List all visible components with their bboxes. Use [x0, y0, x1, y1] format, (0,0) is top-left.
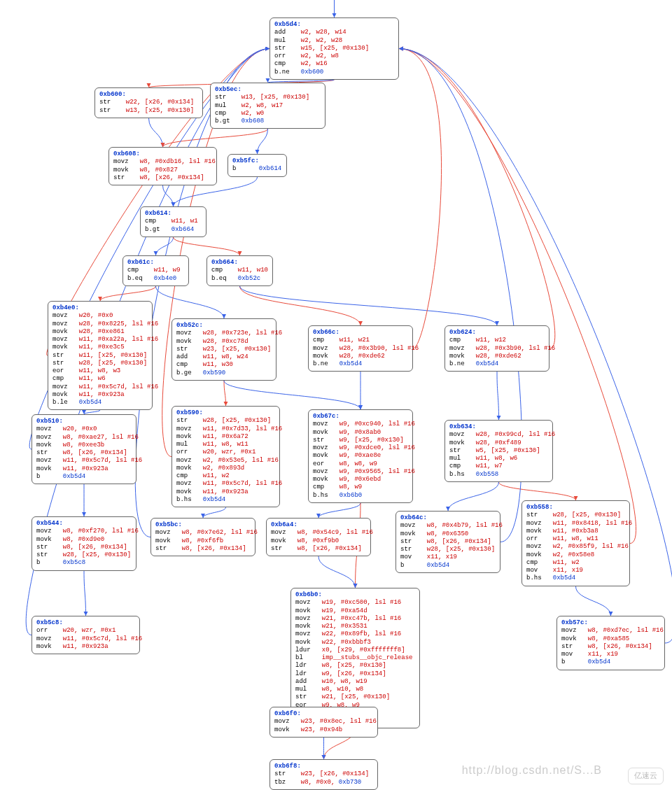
mnemonic: b.hs [313, 492, 340, 499]
operands: w28, #0x723e, lsl #16 [203, 330, 282, 337]
branch-target: 0xb600 [301, 69, 323, 76]
mnemonic: movz [52, 336, 79, 343]
cfg-edge [258, 129, 268, 154]
mnemonic: movz [295, 630, 322, 637]
operands: w8, [x26, #0x134] [140, 174, 204, 181]
operands: w8, [x26, #0x134] [182, 545, 246, 552]
mnemonic: b.hs [449, 471, 476, 478]
operands: w11, w30 [203, 361, 233, 368]
operands: x0, [x29, #0xfffffff8] [322, 647, 405, 654]
operands: w13, [x25, #0x130] [126, 107, 194, 114]
operands: w11, #0xa22a, lsl #16 [79, 336, 158, 343]
bb-b5ec[interactable]: 0xb5ec: str w13, [x25, #0x130] mul w2, w… [210, 83, 326, 129]
bb-b5d4[interactable]: 0xb5d4: add w2, w28, w14 mul w2, w2, w28… [270, 17, 399, 80]
mnemonic: bl [295, 654, 322, 661]
mnemonic: b.ge [176, 369, 203, 376]
cfg-edge [318, 556, 356, 588]
operands: w11, w2 [553, 559, 580, 566]
mnemonic: movz [155, 529, 182, 536]
bb-b67c[interactable]: 0xb67c: movz w9, #0xc940, lsl #16 movk w… [308, 409, 413, 503]
mnemonic: movz [52, 320, 79, 327]
operands: w21, #0xc47b, lsl #16 [322, 615, 401, 622]
operands: w2, w2, w8 [301, 52, 339, 59]
operands: w23, #0x8ec, lsl #16 [301, 718, 377, 725]
mnemonic: movz [274, 718, 301, 725]
bb-addr: 0xb600: [99, 91, 126, 98]
mnemonic: movk [36, 442, 63, 449]
operands: w20, #0x0 [63, 425, 97, 432]
operands: x11, x19 [588, 651, 618, 658]
bb-b52c[interactable]: 0xb52c: movz w28, #0x723e, lsl #16 movk … [172, 318, 276, 381]
cfg-edge [497, 372, 499, 420]
operands: w9, #0xdce0, lsl #16 [340, 444, 415, 451]
bb-b544[interactable]: 0xb544: movz w8, #0xf270, lsl #16 movk w… [31, 516, 136, 571]
bb-b664[interactable]: 0xb664: cmp w11, w10 b.eq 0xb52c [206, 255, 273, 286]
operands: w28, [x25, #0x130] [63, 551, 131, 558]
branch-target: 0xb558 [476, 471, 498, 478]
cfg-edge [163, 185, 174, 206]
bb-b634[interactable]: 0xb634: movz w28, #0x99cd, lsl #16 movk … [444, 420, 553, 482]
branch-target: 0xb5c8 [63, 559, 85, 566]
operands: w8, #0x6350 [427, 530, 468, 537]
branch-target: 0xb5d4 [203, 496, 225, 503]
operands: w8, #0xee3b [63, 442, 104, 449]
mnemonic: movk [295, 639, 322, 646]
mnemonic: mov [400, 553, 427, 560]
operands: w11, w8, w11 [553, 535, 598, 542]
bb-b614[interactable]: 0xb614: cmp w11, w1 b.gt 0xb664 [140, 206, 206, 237]
operands: w8, w8, w9 [340, 460, 377, 467]
operands: w11, w7 [476, 463, 503, 470]
bb-b510[interactable]: 0xb510: movz w20, #0x0 movz w8, #0xae27,… [31, 414, 136, 484]
branch-target: 0xb590 [203, 369, 225, 376]
mnemonic: b [232, 165, 259, 172]
bb-b66c[interactable]: 0xb66c: cmp w11, w21 movz w28, #0x3b90, … [308, 325, 413, 372]
operands: w11, w21 [340, 337, 370, 344]
bb-b64c[interactable]: 0xb64c: movz w8, #0x4b79, lsl #16 movk w… [396, 511, 500, 573]
bb-b5bc[interactable]: 0xb5bc: movz w8, #0x7e62, lsl #16 movk w… [150, 518, 255, 556]
mnemonic: movz [313, 345, 340, 352]
cfg-edge [203, 507, 226, 518]
operands: w9, #0x8ab0 [340, 429, 381, 436]
bb-b61c[interactable]: 0xb61c: cmp w11, w9 b.eq 0xb4e0 [122, 255, 189, 286]
bb-b6f8[interactable]: 0xb6f8: str w23, [x26, #0x134] tbz w8, #… [270, 759, 378, 790]
cfg-edge [163, 129, 268, 147]
bb-b600[interactable]: 0xb600: str w22, [x26, #0x134] str w13, … [94, 87, 203, 118]
watermark-url: http://blog.csdn.net/S...B [462, 763, 602, 777]
bb-b5c8[interactable]: 0xb5c8: orr w20, wzr, #0x1 movz w11, #0x… [31, 616, 140, 654]
mnemonic: movk [271, 537, 298, 544]
operands: w11, #0x8418, lsl #16 [553, 520, 632, 527]
bb-b558[interactable]: 0xb558: str w28, [x25, #0x130] movz w11,… [522, 500, 630, 586]
cfg-edge [149, 118, 163, 147]
operands: w11, #0x923a [79, 391, 125, 398]
bb-b6f0[interactable]: 0xb6f0: movz w23, #0x8ec, lsl #16 movk w… [270, 707, 378, 738]
bb-addr: 0xb5ec: [215, 86, 241, 93]
bb-b4e0[interactable]: 0xb4e0: movz w20, #0x0 movz w28, #0x8225… [48, 301, 153, 410]
operands: w8, [x25, #0x130] [322, 662, 386, 669]
mnemonic: movk [313, 429, 340, 436]
mnemonic: movz [36, 425, 63, 432]
mnemonic: str [113, 174, 140, 181]
operands: w20, #0x0 [79, 312, 113, 319]
operands: w28, #0x99cd, lsl #16 [476, 431, 555, 438]
operands: w9, #0xae8e [340, 452, 381, 459]
mnemonic: orr [176, 449, 203, 456]
operands: w13, [x25, #0x130] [241, 94, 309, 101]
bb-b57c[interactable]: 0xb57c: movz w8, #0xd7ec, lsl #16 movk w… [556, 616, 665, 670]
operands: w11, w8, w24 [203, 353, 248, 360]
mnemonic: movk [449, 439, 476, 446]
operands: w11, w8, w11 [203, 441, 248, 448]
branch-target: 0xb6b0 [340, 492, 362, 499]
operands: w28, [x25, #0x130] [79, 360, 147, 367]
bb-b608[interactable]: 0xb608: movz w8, #0xdb16, lsl #16 movk w… [108, 147, 217, 185]
operands: w11, #0x923a [63, 465, 108, 472]
mnemonic: str [99, 99, 126, 106]
bb-b590[interactable]: 0xb590: str w28, [x25, #0x130] movz w11,… [172, 406, 280, 507]
bb-b624[interactable]: 0xb624: cmp w11, w12 movz w28, #0x3b90, … [444, 325, 550, 372]
mnemonic: cmp [211, 267, 238, 274]
bb-b5fc[interactable]: 0xb5fc: b 0xb614 [227, 154, 287, 177]
operands: w2, w0 [241, 110, 264, 117]
mnemonic: cmp [313, 484, 340, 491]
mnemonic: mul [274, 37, 301, 44]
bb-b6a4[interactable]: 0xb6a4: movz w8, #0x54c9, lsl #16 movk w… [266, 518, 371, 556]
operands: w8, [x26, #0x134] [298, 545, 362, 552]
